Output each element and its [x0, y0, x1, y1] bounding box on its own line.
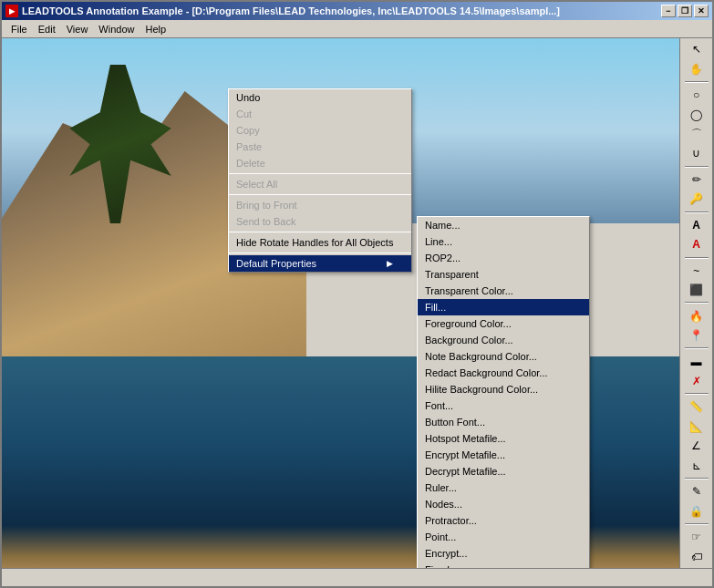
ctx-cut: Cut	[229, 106, 411, 122]
sub-redact-bg-color[interactable]: Redact Background Color...	[418, 365, 589, 381]
arc2-tool-btn[interactable]: ∪	[684, 144, 709, 162]
curve-tool-btn[interactable]: ~	[684, 262, 709, 280]
pointer-tool-btn[interactable]: ↖	[684, 40, 709, 58]
sub-nodes[interactable]: Nodes...	[418, 496, 589, 512]
submenu: Name... Line... ROP2... Transparent Tran…	[417, 216, 590, 568]
sub-background-color[interactable]: Background Color...	[418, 332, 589, 348]
ctx-select-all: Select All	[229, 176, 411, 192]
measure-tool-btn[interactable]: ⊾	[684, 457, 709, 475]
ctx-copy: Copy	[229, 122, 411, 139]
ellipse-tool-btn[interactable]: ◯	[684, 105, 709, 123]
menu-view[interactable]: View	[61, 22, 94, 36]
pin-tool-btn[interactable]: 📍	[684, 326, 709, 345]
rect-tool-btn[interactable]: ▬	[684, 352, 709, 370]
right-toolbar: ↖ ✋ ○ ◯ ⌒ ∪ ✏ 🔑 A A ~ ⬛ 🔥 📍 ▬ ✗ 📏 📐 ∠	[679, 38, 712, 568]
window-title: LEADTOOLS Annotation Example - [D:\Progr…	[22, 5, 560, 16]
toolbar-sep-6	[685, 347, 709, 349]
ctx-default-props-label: Default Properties	[236, 258, 316, 269]
app-icon: ▶	[5, 5, 18, 17]
edit-tool-btn[interactable]: ✎	[684, 482, 709, 500]
ctx-send-to-back: Send to Back	[229, 213, 411, 230]
ctx-sep-1	[229, 173, 411, 174]
ctx-undo[interactable]: Undo	[229, 89, 411, 106]
sub-encrypt[interactable]: Encrypt...	[418, 545, 589, 562]
menu-window[interactable]: Window	[93, 22, 140, 36]
lock-tool-btn[interactable]: 🔒	[684, 502, 709, 521]
sub-name[interactable]: Name...	[418, 217, 589, 233]
angle-tool-btn[interactable]: ∠	[684, 437, 709, 455]
text2-tool-btn[interactable]: A	[684, 235, 709, 253]
sub-protractor[interactable]: Protractor...	[418, 512, 589, 529]
text-tool-btn[interactable]: A	[684, 216, 709, 234]
main-window: ▶ LEADTOOLS Annotation Example - [D:\Pro…	[0, 0, 714, 588]
pencil-tool-btn[interactable]: ✏	[684, 170, 709, 189]
menu-file[interactable]: File	[5, 22, 33, 36]
sub-font[interactable]: Font...	[418, 397, 589, 414]
toolbar-sep-7	[685, 393, 709, 395]
pan-tool-btn[interactable]: ✋	[684, 59, 709, 77]
status-bar	[2, 568, 712, 586]
hand-tool-btn[interactable]: ☞	[684, 528, 709, 546]
ctx-delete: Delete	[229, 155, 411, 171]
menu-edit[interactable]: Edit	[33, 22, 61, 36]
toolbar-sep-5	[685, 302, 709, 304]
title-bar-left: ▶ LEADTOOLS Annotation Example - [D:\Pro…	[5, 5, 560, 17]
sub-note-bg-color[interactable]: Note Background Color...	[418, 348, 589, 365]
sub-ruler[interactable]: Ruler...	[418, 480, 589, 496]
tag-tool-btn[interactable]: 🏷	[684, 547, 709, 565]
ctx-hide-rotate[interactable]: Hide Rotate Handles for All Objects	[229, 234, 411, 251]
ruler2-tool-btn[interactable]: 📐	[684, 418, 709, 436]
sub-rop2[interactable]: ROP2...	[418, 250, 589, 266]
circle-tool-btn[interactable]: ○	[684, 86, 709, 104]
ruler-tool-btn[interactable]: 📏	[684, 397, 709, 416]
sub-line[interactable]: Line...	[418, 233, 589, 250]
ctx-sep-3	[229, 232, 411, 232]
main-area: Undo Cut Copy Paste Delete Select All Br…	[2, 38, 712, 568]
menu-bar: File Edit View Window Help	[2, 20, 712, 38]
sub-fill[interactable]: Fill...	[418, 299, 589, 315]
menu-help[interactable]: Help	[140, 22, 171, 36]
ctx-paste: Paste	[229, 139, 411, 155]
sub-point[interactable]: Point...	[418, 529, 589, 545]
sub-foreground-color[interactable]: Foreground Color...	[418, 315, 589, 332]
title-bar: ▶ LEADTOOLS Annotation Example - [D:\Pro…	[2, 2, 712, 20]
toolbar-sep-3	[685, 211, 709, 213]
sub-encrypt-metafile[interactable]: Encrypt Metafile...	[418, 447, 589, 463]
toolbar-sep-9	[685, 523, 709, 525]
restore-button[interactable]: ❐	[678, 5, 692, 17]
context-menu: Undo Cut Copy Paste Delete Select All Br…	[228, 88, 412, 273]
arc-tool-btn[interactable]: ⌒	[684, 125, 709, 143]
sub-transparent[interactable]: Transparent	[418, 266, 589, 283]
ctx-sep-2	[229, 194, 411, 195]
toolbar-sep-8	[685, 478, 709, 480]
minimize-button[interactable]: −	[661, 5, 676, 17]
ctx-sep-4	[229, 253, 411, 253]
ctx-default-props[interactable]: Default Properties ▶	[229, 255, 411, 272]
cross-tool-btn[interactable]: ✗	[684, 372, 709, 390]
sub-button-font[interactable]: Button Font...	[418, 414, 589, 430]
key-tool-btn[interactable]: 🔑	[684, 190, 709, 208]
ctx-submenu-arrow: ▶	[387, 259, 393, 268]
toolbar-sep-4	[685, 257, 709, 259]
toolbar-sep-2	[685, 166, 709, 168]
title-buttons: − ❐ ✕	[661, 5, 709, 17]
sub-hilite-bg-color[interactable]: Hilite Background Color...	[418, 381, 589, 397]
sub-hotspot-metafile[interactable]: Hotspot Metafile...	[418, 430, 589, 447]
ctx-bring-to-front: Bring to Front	[229, 197, 411, 213]
close-button[interactable]: ✕	[694, 5, 709, 17]
sub-decrypt-metafile[interactable]: Decrypt Metafile...	[418, 463, 589, 480]
fire-tool-btn[interactable]: 🔥	[684, 306, 709, 325]
sub-fixed[interactable]: Fixed...	[418, 562, 589, 568]
toolbar-sep-1	[685, 81, 709, 83]
sub-transparent-color[interactable]: Transparent Color...	[418, 283, 589, 299]
stamp-tool-btn[interactable]: ⬛	[684, 281, 709, 299]
canvas-area[interactable]: Undo Cut Copy Paste Delete Select All Br…	[2, 38, 679, 568]
